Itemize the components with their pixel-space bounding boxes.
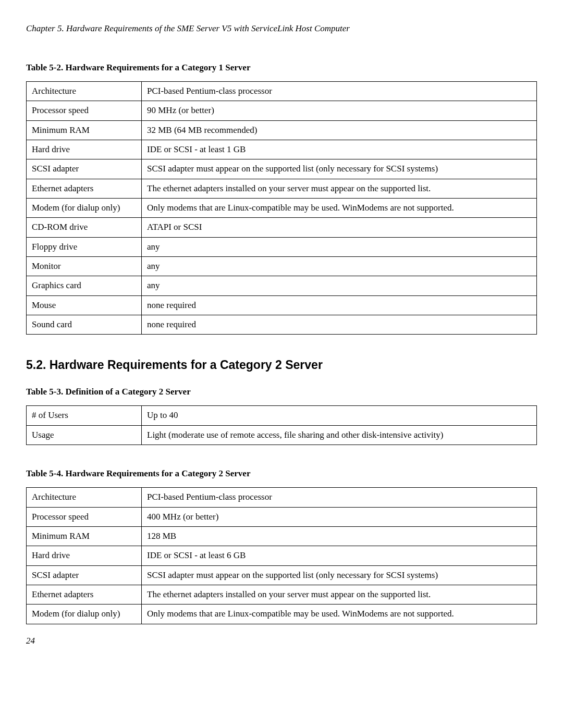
- cell-key: Monitor: [27, 257, 142, 276]
- cell-val: 128 MB: [142, 526, 537, 546]
- table-row: CD-ROM driveATAPI or SCSI: [27, 218, 537, 237]
- table-row: Modem (for dialup only)Only modems that …: [27, 199, 537, 218]
- table-row: ArchitecturePCI-based Pentium-class proc…: [27, 82, 537, 101]
- cell-key: Graphics card: [27, 276, 142, 295]
- table-row: UsageLight (moderate use of remote acces…: [27, 425, 537, 445]
- table-row: Processor speed400 MHz (or better): [27, 507, 537, 526]
- cell-key: Hard drive: [27, 140, 142, 159]
- cell-val: PCI-based Pentium-class processor: [142, 82, 537, 101]
- table-row: Minimum RAM32 MB (64 MB recommended): [27, 120, 537, 140]
- cell-key: CD-ROM drive: [27, 218, 142, 237]
- cell-key: Floppy drive: [27, 237, 142, 256]
- table-row: Hard driveIDE or SCSI - at least 6 GB: [27, 546, 537, 565]
- cell-key: Mouse: [27, 295, 142, 315]
- cell-key: Minimum RAM: [27, 526, 142, 546]
- cell-val: Only modems that are Linux-compatible ma…: [142, 604, 537, 624]
- page-number: 24: [26, 636, 537, 646]
- table-row: Graphics cardany: [27, 276, 537, 295]
- cell-key: Sound card: [27, 315, 142, 335]
- table-row: Minimum RAM128 MB: [27, 526, 537, 546]
- cell-val: none required: [142, 295, 537, 315]
- cell-val: Up to 40: [142, 406, 537, 425]
- cell-val: SCSI adapter must appear on the supporte…: [142, 159, 537, 179]
- table-5-3-caption: Table 5-3. Definition of a Category 2 Se…: [26, 387, 537, 397]
- table-row: Ethernet adaptersThe ethernet adapters i…: [27, 585, 537, 604]
- table-5-2-caption: Table 5-2. Hardware Requirements for a C…: [26, 63, 537, 73]
- table-row: Ethernet adaptersThe ethernet adapters i…: [27, 179, 537, 198]
- cell-key: SCSI adapter: [27, 159, 142, 179]
- table-row: Floppy driveany: [27, 237, 537, 256]
- page: Chapter 5. Hardware Requirements of the …: [0, 0, 563, 672]
- cell-val: The ethernet adapters installed on your …: [142, 179, 537, 198]
- table-row: Hard driveIDE or SCSI - at least 1 GB: [27, 140, 537, 159]
- table-row: Monitorany: [27, 257, 537, 276]
- table-5-2: ArchitecturePCI-based Pentium-class proc…: [26, 81, 537, 335]
- section-heading-5-2: 5.2. Hardware Requirements for a Categor…: [26, 358, 537, 372]
- cell-key: Hard drive: [27, 546, 142, 565]
- cell-val: ATAPI or SCSI: [142, 218, 537, 237]
- cell-key: SCSI adapter: [27, 565, 142, 585]
- running-header: Chapter 5. Hardware Requirements of the …: [26, 23, 537, 34]
- table-row: Sound cardnone required: [27, 315, 537, 335]
- cell-key: # of Users: [27, 406, 142, 425]
- cell-val: Light (moderate use of remote access, fi…: [142, 425, 537, 445]
- cell-key: Architecture: [27, 82, 142, 101]
- table-5-3: # of UsersUp to 40 UsageLight (moderate …: [26, 405, 537, 445]
- table-5-4-caption: Table 5-4. Hardware Requirements for a C…: [26, 468, 537, 479]
- cell-key: Usage: [27, 425, 142, 445]
- cell-val: PCI-based Pentium-class processor: [142, 488, 537, 507]
- table-row: # of UsersUp to 40: [27, 406, 537, 425]
- cell-key: Architecture: [27, 488, 142, 507]
- table-row: SCSI adapterSCSI adapter must appear on …: [27, 159, 537, 179]
- cell-val: IDE or SCSI - at least 1 GB: [142, 140, 537, 159]
- cell-key: Processor speed: [27, 507, 142, 526]
- cell-key: Modem (for dialup only): [27, 199, 142, 218]
- cell-val: SCSI adapter must appear on the supporte…: [142, 565, 537, 585]
- cell-val: 400 MHz (or better): [142, 507, 537, 526]
- cell-val: none required: [142, 315, 537, 335]
- cell-key: Processor speed: [27, 101, 142, 120]
- cell-key: Ethernet adapters: [27, 179, 142, 198]
- cell-key: Ethernet adapters: [27, 585, 142, 604]
- cell-val: IDE or SCSI - at least 6 GB: [142, 546, 537, 565]
- cell-key: Minimum RAM: [27, 120, 142, 140]
- table-row: Processor speed90 MHz (or better): [27, 101, 537, 120]
- cell-val: any: [142, 237, 537, 256]
- cell-key: Modem (for dialup only): [27, 604, 142, 624]
- cell-val: 90 MHz (or better): [142, 101, 537, 120]
- table-row: Modem (for dialup only)Only modems that …: [27, 604, 537, 624]
- cell-val: The ethernet adapters installed on your …: [142, 585, 537, 604]
- table-row: Mousenone required: [27, 295, 537, 315]
- cell-val: any: [142, 276, 537, 295]
- cell-val: Only modems that are Linux-compatible ma…: [142, 199, 537, 218]
- table-row: ArchitecturePCI-based Pentium-class proc…: [27, 488, 537, 507]
- table-row: SCSI adapterSCSI adapter must appear on …: [27, 565, 537, 585]
- cell-val: any: [142, 257, 537, 276]
- table-5-4: ArchitecturePCI-based Pentium-class proc…: [26, 487, 537, 624]
- cell-val: 32 MB (64 MB recommended): [142, 120, 537, 140]
